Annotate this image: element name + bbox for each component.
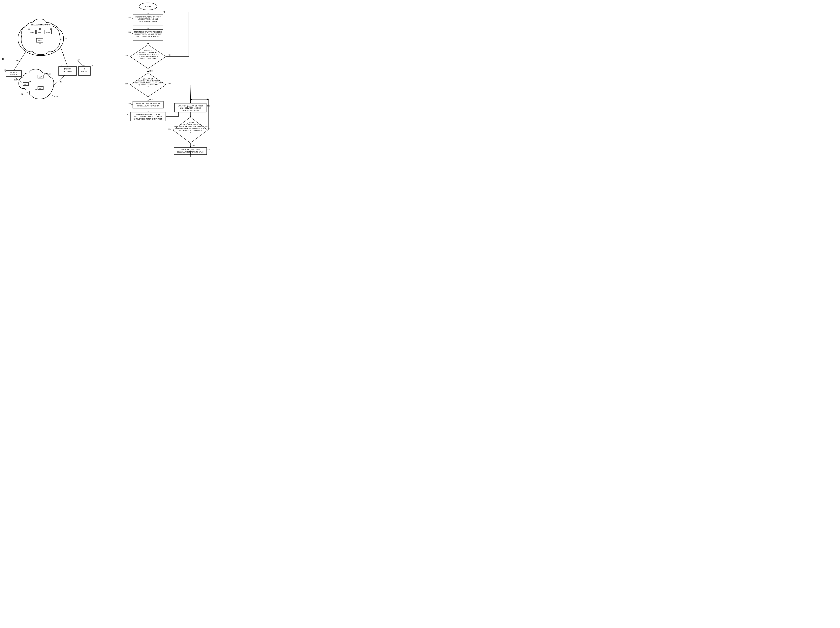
svg-line-29 bbox=[132, 18, 133, 19]
step-114-text4: PLUS HYSTERESIS MARGIN FOR bbox=[176, 127, 205, 129]
step-106-text1: QUALITY OF bbox=[143, 78, 153, 80]
svg-marker-42 bbox=[147, 71, 149, 73]
ref-16: 16 bbox=[56, 96, 58, 98]
step-112-text1: MONITOR QUALITY OF FIRST bbox=[178, 105, 203, 107]
bss-label-2: BSS bbox=[46, 31, 50, 33]
step-112-text2: LINK BETWEEN MOBILE bbox=[180, 107, 201, 109]
step-106-text5: ? bbox=[147, 86, 148, 88]
yes-114: YES bbox=[191, 145, 195, 146]
msc-label: MSC bbox=[38, 31, 42, 33]
svg-line-33 bbox=[132, 33, 133, 34]
no-104: NO bbox=[168, 54, 171, 56]
yes-104: YES bbox=[149, 70, 153, 72]
step-112-text3: STATION AND WLAN bbox=[182, 109, 199, 111]
no-106: NO bbox=[168, 82, 171, 84]
ap-label-4: AP bbox=[25, 92, 28, 94]
label-114: 114 bbox=[168, 128, 171, 130]
step-110-text2: CELLULAR NETWORK TO WLAN bbox=[134, 116, 162, 118]
bss-label-3: BSS bbox=[38, 39, 41, 41]
step-114-text6: ? bbox=[190, 131, 191, 134]
ip-data-label1: IP DATA bbox=[64, 68, 71, 70]
svg-marker-65 bbox=[206, 99, 208, 100]
svg-marker-69 bbox=[189, 146, 191, 148]
label-102: 102 bbox=[128, 31, 131, 33]
ref-19a: 19 bbox=[60, 65, 62, 66]
svg-marker-40 bbox=[163, 11, 164, 13]
ref-22c: 22 bbox=[39, 42, 41, 44]
step-102-text1: MONITOR QUALITY OF SECOND bbox=[134, 31, 162, 33]
svg-line-16 bbox=[3, 60, 6, 63]
svg-line-54 bbox=[129, 116, 130, 116]
label-116: 116 bbox=[207, 149, 210, 151]
step-100-text2: LINK BETWEEN MOBILE bbox=[138, 18, 158, 20]
step-100-text3: STATION AND WLAN bbox=[139, 20, 156, 22]
step-104-text3: THAN HANDOFF TRIGGER bbox=[137, 53, 159, 55]
ref-18b: 18b bbox=[14, 79, 17, 81]
svg-line-20 bbox=[14, 52, 26, 71]
start-label: START bbox=[145, 6, 151, 8]
svg-marker-31 bbox=[147, 28, 149, 29]
ref-24b: 24 bbox=[29, 80, 31, 82]
ap-label-3: AP bbox=[39, 87, 42, 89]
ref-17: 17 bbox=[77, 59, 79, 61]
svg-line-13 bbox=[52, 95, 56, 97]
ref-22b: 22 bbox=[50, 28, 52, 30]
ref-12: 12 bbox=[5, 69, 6, 71]
ref-18a: 18a bbox=[16, 60, 19, 61]
diagram-container: CELLULAR NETWORK MSC 20 BSS 22 BSS 22 BS… bbox=[0, 0, 210, 157]
label-104: 104 bbox=[125, 55, 128, 57]
yes-106: YES bbox=[149, 99, 153, 101]
step-104-text4: THRESHOLD FOR DROP bbox=[137, 55, 159, 57]
ref-24a: 24 bbox=[44, 73, 46, 75]
ref-10: 10 bbox=[2, 58, 4, 60]
ref-26b: 26 bbox=[92, 65, 93, 66]
svg-marker-27 bbox=[147, 13, 149, 14]
svg-line-23 bbox=[54, 76, 65, 85]
ref-24c: 24 bbox=[35, 89, 37, 91]
ref-14: 14 bbox=[65, 37, 66, 39]
step-114-text2: OF FIRST LINK GREATER bbox=[180, 124, 201, 126]
step-108-text1: HANDOFF CALL FROM WLAN bbox=[136, 102, 161, 104]
step-106-text4: QUALITY THRESHOLD bbox=[139, 84, 158, 86]
step-102-text3: AND CELLULAR NETWORK bbox=[137, 35, 160, 37]
ref-19c: 19 bbox=[60, 81, 62, 83]
label-110: 110 bbox=[125, 113, 128, 116]
ap-label-1: AP bbox=[39, 76, 42, 78]
step-104-text6: ? bbox=[147, 59, 148, 61]
ip-phone-label2: PHONE bbox=[81, 70, 88, 72]
label-106: 106 bbox=[125, 83, 128, 85]
cellular-network-label: CELLULAR NETWORK bbox=[31, 24, 51, 26]
step-114-text5: PICK-UP COUNT DURATION bbox=[178, 129, 202, 131]
ref-24d: 24 bbox=[21, 93, 23, 95]
svg-marker-60 bbox=[189, 116, 191, 117]
mobile-station-label2: STATION bbox=[10, 74, 17, 76]
step-114-text1: QUALITY bbox=[186, 121, 194, 124]
step-108-text2: TO CELLULAR NETWORK bbox=[137, 105, 159, 107]
wlan-label: WLAN bbox=[46, 73, 51, 75]
ref-20: 20 bbox=[39, 28, 41, 30]
step-110-text1: PREVENT HANDOFF FROM bbox=[136, 113, 159, 116]
step-100-text1: MONITOR QUALITY OF FIRST bbox=[136, 16, 161, 18]
step-104-text2: OF FIRST LINK LESS bbox=[139, 51, 157, 53]
step-104-text1: QUALITY bbox=[144, 49, 152, 51]
ref-26: 26 bbox=[82, 65, 84, 66]
svg-marker-48 bbox=[147, 100, 149, 101]
label-100: 100 bbox=[128, 16, 131, 18]
svg-marker-52 bbox=[147, 111, 149, 112]
ref-22a: 22 bbox=[28, 28, 30, 30]
bss-label-1: BSS bbox=[30, 31, 34, 33]
step-104-text5: COUNT DURATION bbox=[140, 57, 156, 59]
step-110-text3: UNTIL DWELL TIMER EXPIRATION bbox=[134, 118, 163, 120]
mobile-station-label: MOBILE bbox=[10, 71, 17, 74]
label-108: 108 bbox=[128, 102, 131, 104]
step-116-text1: HANDOFF CALL FROM bbox=[181, 149, 200, 151]
ap-label-2: AP bbox=[24, 83, 27, 85]
svg-marker-35 bbox=[147, 43, 149, 45]
step-114-text3: THAN HANDOFF TRIGGER THRESHOLD bbox=[173, 126, 207, 127]
step-106-text2: SECOND LINK GREATER bbox=[137, 80, 159, 82]
ref-19b: 19 bbox=[63, 54, 65, 56]
step-102-text2: LINK BETWEEN MOBILE STATION bbox=[134, 33, 163, 35]
svg-line-19 bbox=[78, 61, 82, 66]
step-106-text3: THAN MINIMUM CELLULAR LINK bbox=[134, 82, 162, 84]
ip-phone-label1: IP bbox=[84, 68, 85, 70]
